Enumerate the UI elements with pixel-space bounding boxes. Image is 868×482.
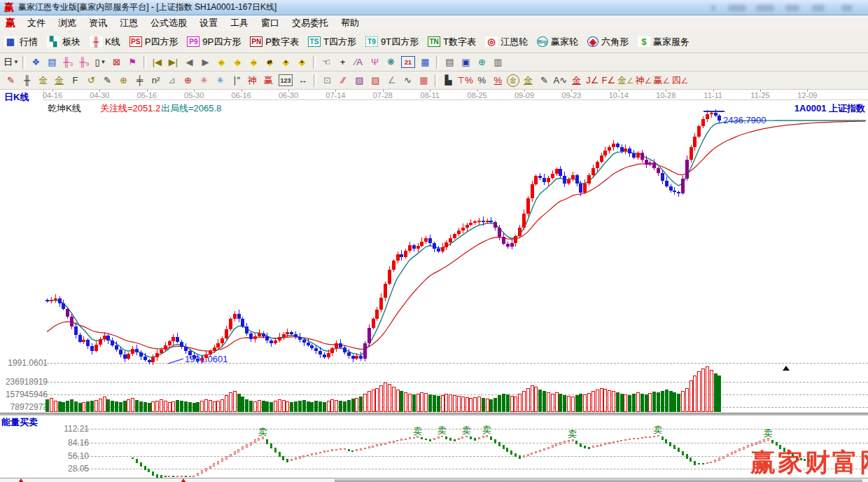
- gann-circle-icon[interactable]: ⊕: [116, 74, 131, 88]
- notes-icon[interactable]: ▤: [442, 55, 457, 69]
- jump-first-icon[interactable]: |◀: [150, 55, 164, 69]
- formula-manager-icon[interactable]: ⊠: [109, 55, 124, 69]
- hexagon-button[interactable]: ◈六角形: [587, 36, 629, 48]
- measure-pencil-icon[interactable]: ✎: [100, 74, 115, 88]
- three-bars-icon[interactable]: ╫₃: [61, 55, 76, 69]
- n-square-icon[interactable]: n²: [148, 74, 163, 88]
- menu-item-设置[interactable]: 设置: [193, 17, 224, 29]
- nine-bars-icon[interactable]: ╫₉: [77, 55, 92, 69]
- menu-item-浏览[interactable]: 浏览: [52, 17, 83, 29]
- gold-under-icon[interactable]: 金: [569, 74, 584, 88]
- gold-lines-icon[interactable]: 金: [521, 74, 536, 88]
- market-quotes-button[interactable]: ▦行情: [4, 36, 38, 48]
- winner-service-button[interactable]: $赢家服务: [638, 36, 690, 48]
- diamond-expand-icon[interactable]: ◆↔: [246, 55, 261, 69]
- trend-angle-icon[interactable]: ∠: [384, 74, 399, 88]
- target-icon[interactable]: ⊕: [181, 74, 195, 88]
- menu-item-江恩[interactable]: 江恩: [113, 17, 144, 29]
- j-angle-icon[interactable]: J∠: [585, 74, 600, 88]
- drag-hand-icon[interactable]: ☜: [319, 55, 334, 69]
- mirror-angle-icon[interactable]: ⊿: [164, 74, 179, 88]
- diamond-full-icon[interactable]: ◆+: [295, 55, 309, 69]
- jump-last-icon[interactable]: ▶|: [166, 55, 181, 69]
- flower-tool-icon[interactable]: ❋: [384, 55, 398, 69]
- line-annotate-icon[interactable]: ∕A: [351, 55, 366, 69]
- percent-top-icon[interactable]: ⊤%: [457, 74, 473, 88]
- print-icon[interactable]: ▥: [491, 55, 505, 69]
- p9-square-button[interactable]: P99P四方形: [187, 36, 241, 48]
- magnet-tool-icon[interactable]: Ψ: [368, 55, 382, 69]
- ying-angle-icon[interactable]: 赢∠: [654, 74, 671, 88]
- pencil-bars-icon[interactable]: ✎: [537, 74, 552, 88]
- t9-square-button[interactable]: T99T四方形: [365, 36, 419, 48]
- shen-angle-icon[interactable]: 神∠: [636, 74, 652, 88]
- gold-angle-icon[interactable]: 金∠: [617, 74, 634, 88]
- menu-item-帮助[interactable]: 帮助: [335, 17, 365, 29]
- chart-area[interactable]: 日K线 04-1604-3005-1605-3006-1606-3007-140…: [0, 90, 868, 478]
- diamond-fit-icon[interactable]: ◆+: [279, 55, 293, 69]
- menu-item-窗口[interactable]: 窗口: [255, 17, 286, 29]
- percent-icon[interactable]: %: [475, 74, 489, 88]
- fan-box-icon[interactable]: ▨: [352, 74, 367, 88]
- scrollbar-thumb[interactable]: [335, 479, 862, 482]
- gann-wheel-button[interactable]: ◎江恩轮: [485, 36, 528, 48]
- speed-fan-icon[interactable]: ∕∕: [336, 74, 351, 88]
- save-icon[interactable]: ▣: [458, 55, 473, 69]
- period-label[interactable]: 日K线: [4, 91, 29, 104]
- crosshair-icon[interactable]: +: [335, 55, 350, 69]
- diamond-left-icon[interactable]: ◆←: [214, 55, 229, 69]
- time-ruler-icon[interactable]: ╪: [132, 74, 147, 88]
- shen-tool-icon[interactable]: 神: [245, 74, 260, 88]
- title-bar[interactable]: 赢 赢家江恩专业版[赢家内部服务平台] - [上证指数 SH1A0001-167…: [0, 0, 868, 15]
- fibo-ruler-icon[interactable]: F: [68, 74, 83, 88]
- kline-button[interactable]: ╫K线: [90, 36, 120, 48]
- f10-info-icon[interactable]: ▤: [45, 55, 59, 69]
- color-kline-icon[interactable]: ⚑: [125, 55, 140, 69]
- period-day-dropdown[interactable]: 日▼: [4, 55, 19, 69]
- ying-tool-icon[interactable]: 赢: [261, 74, 276, 88]
- p-square-button[interactable]: PSP四方形: [130, 36, 178, 48]
- sector-blocks-button[interactable]: ▚板块: [47, 36, 80, 48]
- draw-pencil-icon[interactable]: ✎: [4, 74, 18, 88]
- bar-prime-icon[interactable]: ∣″: [229, 74, 244, 88]
- diamond-compress-icon[interactable]: ◆⇄: [262, 55, 277, 69]
- t-number-table-button[interactable]: TNT数字表: [428, 36, 476, 48]
- calculator-icon[interactable]: ▦: [418, 55, 433, 69]
- step-next-icon[interactable]: ▶: [198, 55, 213, 69]
- gann-web-icon[interactable]: ✳: [197, 74, 211, 88]
- diamond-right-icon[interactable]: ◆→: [230, 55, 245, 69]
- spiral-icon[interactable]: ↺: [84, 74, 99, 88]
- menu-item-公式选股[interactable]: 公式选股: [144, 17, 193, 29]
- menu-item-文件[interactable]: 文件: [21, 17, 52, 29]
- gann-grid-icon[interactable]: ╫: [20, 74, 34, 88]
- menu-item-工具[interactable]: 工具: [224, 17, 255, 29]
- horizontal-scrollbar[interactable]: [0, 478, 868, 482]
- gold-circle-icon[interactable]: 金: [507, 74, 519, 87]
- f-angle-icon[interactable]: F∠: [601, 74, 616, 88]
- gold-section2-icon[interactable]: 金: [52, 74, 66, 88]
- menu-item-交易委托[interactable]: 交易委托: [286, 17, 335, 29]
- pane-divider[interactable]: [0, 413, 868, 415]
- si-angle-icon[interactable]: 四∠: [671, 74, 688, 88]
- gann-web2-icon[interactable]: ✳: [213, 74, 227, 88]
- rect-select-icon[interactable]: ⊡: [320, 74, 335, 88]
- percent-under-icon[interactable]: %: [491, 74, 505, 88]
- calendar-icon[interactable]: 21: [401, 56, 415, 68]
- indicator-name-label: 能量买卖: [1, 416, 38, 429]
- ruler-123-icon[interactable]: 123: [279, 74, 293, 86]
- winner-wheel-button[interactable]: Big赢家轮: [537, 36, 578, 48]
- menu-item-资讯[interactable]: 资讯: [83, 17, 113, 29]
- h-measure-icon[interactable]: ↔: [295, 74, 310, 88]
- gold-section-icon[interactable]: 金: [36, 74, 50, 88]
- zigzag-icon[interactable]: ∿: [400, 74, 415, 88]
- hist-tool-icon[interactable]: ▙: [441, 74, 456, 88]
- p-number-table-button[interactable]: PNP数字表: [250, 36, 299, 48]
- network-icon[interactable]: ⊕: [475, 55, 489, 69]
- chip-distribution-icon[interactable]: ❖: [29, 55, 43, 69]
- grid-dense-icon[interactable]: ▦: [416, 74, 431, 88]
- candle-style-dropdown[interactable]: ▯▼: [93, 55, 108, 69]
- shade-box-icon[interactable]: ▧: [368, 74, 383, 88]
- step-prev-icon[interactable]: ◀: [182, 55, 197, 69]
- t-square-button[interactable]: TST四方形: [308, 36, 356, 48]
- wave-a-icon[interactable]: A∿: [553, 74, 568, 88]
